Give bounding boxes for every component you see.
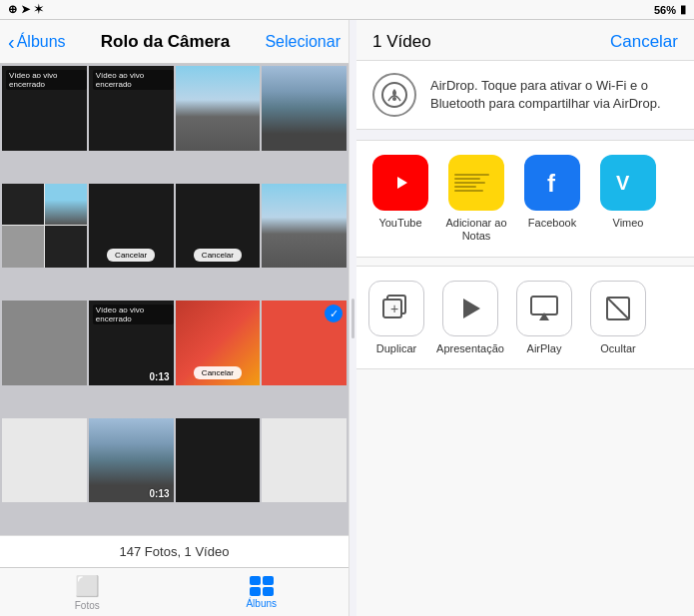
photo-cell[interactable] [2,184,87,269]
airplay-icon [516,281,572,336]
status-bar-right: 56% ▮ [654,3,686,16]
action-airplay-label: AirPlay [527,342,562,354]
actions-row: + Duplicar Apresentação [356,266,694,369]
photo-cell[interactable] [2,301,87,385]
tab-albuns-label: Álbuns [246,598,277,609]
photo-cell[interactable] [262,66,347,151]
battery-icon: ▮ [680,3,686,16]
cancel-badge: Cancelar [194,366,242,379]
navigation-icon: ➤ [21,3,30,16]
main-container: ‹ Álbuns Rolo da Câmera Selecionar Vídeo… [0,20,694,616]
svg-point-1 [392,97,396,101]
share-cancel-button[interactable]: Cancelar [610,32,678,52]
photo-cell[interactable] [176,418,261,503]
photo-cell[interactable]: Cancelar [89,184,174,269]
back-label: Álbuns [17,33,66,51]
cancel-badge: Cancelar [107,249,155,262]
photo-cell[interactable] [262,418,347,503]
action-duplicar[interactable]: + Duplicar [360,281,432,354]
svg-rect-12 [531,297,557,314]
photos-icon: ⬜ [75,574,100,598]
status-bar-left: ⊕ ➤ ✶ [8,3,43,16]
divider [356,130,694,140]
photo-cell[interactable]: ✓ [262,301,347,385]
action-airplay[interactable]: AirPlay [508,281,580,354]
action-ocultar[interactable]: Ocultar [582,281,654,354]
albums-icon [250,576,274,596]
nav-title: Rolo da Câmera [70,32,262,52]
svg-text:+: + [390,301,398,316]
ocultar-icon [590,281,646,336]
select-button[interactable]: Selecionar [265,33,341,51]
airdrop-section[interactable]: AirDrop. Toque para ativar o Wi-Fi e o B… [356,60,694,130]
nav-bar: ‹ Álbuns Rolo da Câmera Selecionar [0,20,348,64]
share-header: 1 Vídeo Cancelar [356,20,694,60]
app-facebook-label: Facebook [528,217,576,230]
share-title: 1 Vídeo [372,32,431,52]
video-label: Vídeo ao vivo encerrado [6,70,87,90]
action-apresentacao-label: Apresentação [436,342,504,354]
svg-text:V: V [616,172,630,194]
photo-cell[interactable]: 0:13 [89,418,174,503]
action-ocultar-label: Ocultar [600,342,635,354]
share-sheet: 1 Vídeo Cancelar AirDrop. Toque para ati… [356,20,694,616]
photo-count-bar: 147 Fotos, 1 Vídeo [0,535,348,567]
app-vimeo[interactable]: V Vimeo [592,155,664,243]
action-apresentacao[interactable]: Apresentação [434,281,506,354]
airdrop-icon [372,73,416,117]
app-youtube[interactable]: YouTube [364,155,436,243]
photo-grid: Vídeo ao vivo encerrado Vídeo ao vivo en… [0,64,348,535]
tab-fotos-label: Fotos [75,600,100,611]
duplicar-icon: + [368,281,424,336]
photo-cell[interactable]: Cancelar [176,301,261,385]
airdrop-description: AirDrop. Toque para ativar o Wi-Fi e o B… [430,77,678,113]
notes-icon [448,155,504,211]
app-row: YouTube Adicionar aoNotas f [356,140,694,258]
battery-percent: 56% [654,4,676,16]
tab-fotos[interactable]: ⬜ Fotos [0,574,175,611]
svg-text:f: f [547,170,556,197]
vimeo-icon: V [600,155,656,211]
video-label: Vídeo ao vivo encerrado [93,70,174,90]
app-notes-label: Adicionar aoNotas [445,217,506,243]
photo-count-text: 147 Fotos, 1 Vídeo [120,544,230,559]
app-youtube-label: YouTube [378,217,421,230]
photo-cell[interactable] [2,418,87,503]
photo-cell[interactable]: Vídeo ao vivo encerrado 0:13 [89,301,174,385]
back-button[interactable]: ‹ Álbuns [8,32,66,52]
photo-cell[interactable]: Cancelar [176,184,261,269]
app-vimeo-label: Vimeo [613,217,644,230]
location-icon: ⊕ [8,3,17,16]
tab-bar: ⬜ Fotos Álbuns [0,567,348,616]
facebook-icon: f [524,155,580,211]
tab-albuns[interactable]: Álbuns [175,576,349,609]
status-bar: ⊕ ➤ ✶ 56% ▮ [0,0,694,20]
photo-cell[interactable] [176,66,261,151]
bluetooth-icon: ✶ [34,3,43,16]
youtube-icon [372,155,428,211]
action-duplicar-label: Duplicar [376,342,416,354]
app-facebook[interactable]: f Facebook [516,155,588,243]
left-panel: ‹ Álbuns Rolo da Câmera Selecionar Vídeo… [0,20,349,616]
photo-cell[interactable]: Vídeo ao vivo encerrado [89,66,174,151]
svg-line-16 [613,304,623,313]
app-notes[interactable]: Adicionar aoNotas [440,155,512,243]
duration-badge: 0:13 [149,488,169,499]
photo-cell[interactable]: Vídeo ao vivo encerrado [2,66,87,151]
svg-marker-11 [463,299,480,318]
apresentacao-icon [442,281,498,336]
selected-checkmark: ✓ [325,305,343,322]
panel-divider [351,299,354,338]
cancel-badge: Cancelar [194,249,242,262]
photo-cell[interactable] [262,184,347,269]
duration-badge: 0:13 [149,371,169,382]
video-label: Vídeo ao vivo encerrado [93,305,174,324]
back-arrow-icon: ‹ [8,32,15,52]
